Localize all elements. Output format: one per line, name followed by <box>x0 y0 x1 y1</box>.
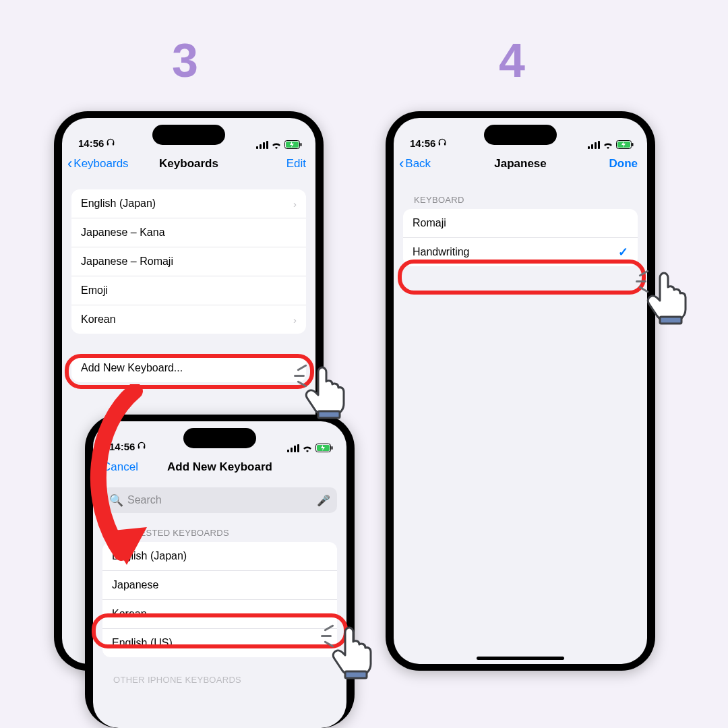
svg-rect-20 <box>588 146 590 149</box>
row-label: Japanese – Kana <box>81 226 165 239</box>
list-item-romaji[interactable]: Romaji <box>403 209 638 237</box>
svg-rect-2 <box>256 146 258 149</box>
search-input[interactable]: 🔍 Search 🎤 <box>102 487 337 513</box>
nav-bar: ‹ Keyboards Keyboards Edit <box>62 149 315 179</box>
cancel-label: Cancel <box>102 460 138 474</box>
row-label: Japanese – Romaji <box>81 255 173 268</box>
chevron-right-icon: › <box>293 314 297 326</box>
svg-rect-3 <box>260 144 262 149</box>
wifi-icon <box>271 141 282 149</box>
battery-charging-icon <box>284 140 302 149</box>
cancel-button[interactable]: Cancel <box>98 460 163 474</box>
svg-rect-14 <box>297 444 299 452</box>
svg-rect-8 <box>301 143 302 146</box>
row-label: English (US) <box>112 637 173 649</box>
search-icon: 🔍 <box>109 493 123 508</box>
add-new-keyboard-button[interactable]: Add New Keyboard... <box>71 354 306 382</box>
chevron-left-icon: ‹ <box>67 156 72 171</box>
row-label: Korean <box>81 313 116 326</box>
notch-icon <box>152 125 225 145</box>
suggested-keyboards-list: English (Japan) Japanese Korean English … <box>102 542 337 657</box>
svg-rect-5 <box>266 141 268 149</box>
back-label: Back <box>405 157 431 171</box>
list-item[interactable]: Japanese – Romaji <box>71 247 306 276</box>
search-placeholder: Search <box>127 494 162 506</box>
back-button[interactable]: ‹ Back <box>399 156 460 171</box>
signal-icon <box>588 141 600 149</box>
wifi-icon <box>302 444 313 452</box>
svg-rect-21 <box>591 144 593 149</box>
svg-rect-11 <box>287 450 289 452</box>
list-item-handwriting[interactable]: Handwriting ✓ <box>403 237 638 266</box>
svg-rect-4 <box>263 142 265 149</box>
status-time: 14:56 <box>410 138 435 149</box>
checkmark-icon: ✓ <box>618 245 628 260</box>
back-button[interactable]: ‹ Keyboards <box>67 156 129 171</box>
svg-rect-22 <box>595 142 597 149</box>
chevron-right-icon: › <box>293 198 297 210</box>
svg-rect-23 <box>598 141 600 149</box>
phone-step4: 14:56 ‹ Back Japanese Done KEYBOARD Roma <box>386 111 655 671</box>
svg-rect-12 <box>291 448 293 452</box>
nav-bar: Cancel Add New Keyboard <box>93 452 346 482</box>
status-time: 14:56 <box>109 441 135 452</box>
notch-icon <box>484 125 557 145</box>
svg-rect-29 <box>660 317 681 324</box>
svg-rect-13 <box>294 446 296 452</box>
headphones-icon <box>106 138 115 149</box>
svg-rect-0 <box>107 143 109 146</box>
back-label: Keyboards <box>73 157 128 171</box>
add-keyboard-group: Add New Keyboard... <box>71 354 306 382</box>
keyboards-list: English (Japan)› Japanese – Kana Japanes… <box>71 189 306 334</box>
svg-rect-1 <box>113 143 114 146</box>
list-item[interactable]: Emoji <box>71 276 306 305</box>
notch-icon <box>183 428 256 448</box>
svg-rect-10 <box>144 446 145 449</box>
status-time: 14:56 <box>78 138 104 149</box>
svg-rect-9 <box>138 446 140 449</box>
row-label: English (Japan) <box>81 198 156 210</box>
headphones-icon <box>137 441 146 452</box>
edit-button[interactable]: Edit <box>266 157 310 171</box>
nav-bar: ‹ Back Japanese Done <box>394 149 647 179</box>
row-label: Emoji <box>81 284 108 297</box>
row-label: Handwriting <box>413 246 469 258</box>
list-item[interactable]: English (US) <box>102 628 337 657</box>
list-item-japanese[interactable]: Japanese <box>102 570 337 599</box>
keyboard-options-list: Romaji Handwriting ✓ <box>403 209 638 266</box>
svg-rect-19 <box>444 143 446 146</box>
wifi-icon <box>603 141 613 149</box>
list-item[interactable]: Korean <box>102 599 337 628</box>
battery-charging-icon <box>616 140 634 149</box>
step-number-3: 3 <box>172 34 198 88</box>
list-item[interactable]: English (Japan)› <box>71 189 306 218</box>
headphones-icon <box>437 138 447 149</box>
section-header-keyboard: KEYBOARD <box>414 195 627 205</box>
row-label: Japanese <box>112 579 158 591</box>
row-label: Korean <box>112 608 147 620</box>
svg-rect-17 <box>332 446 333 450</box>
step-number-4: 4 <box>499 34 525 88</box>
mic-icon[interactable]: 🎤 <box>317 494 330 507</box>
done-button[interactable]: Done <box>597 157 642 171</box>
list-item[interactable]: English (Japan) <box>102 542 337 570</box>
phone-step3-bottom: 14:56 Cancel Add New Keyboard 🔍 Search <box>85 415 355 728</box>
list-item[interactable]: Japanese – Kana <box>71 218 306 247</box>
home-indicator[interactable] <box>477 657 564 660</box>
row-label: English (Japan) <box>112 550 187 562</box>
list-item[interactable]: Korean› <box>71 305 306 334</box>
signal-icon <box>287 444 299 452</box>
row-label: Romaji <box>413 217 446 229</box>
section-header-suggested: SUGGESTED KEYBOARDS <box>113 528 326 538</box>
battery-charging-icon <box>315 444 333 452</box>
section-header-other: OTHER IPHONE KEYBOARDS <box>113 675 326 685</box>
signal-icon <box>256 141 268 149</box>
svg-rect-18 <box>439 143 440 146</box>
row-label: Add New Keyboard... <box>81 362 183 374</box>
svg-rect-26 <box>632 143 634 146</box>
chevron-left-icon: ‹ <box>399 156 404 171</box>
